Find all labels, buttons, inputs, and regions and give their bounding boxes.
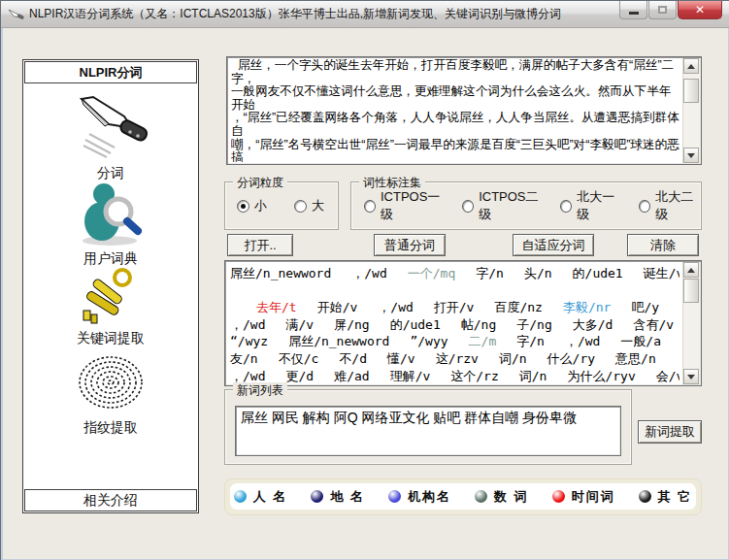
result-line: 屌丝/n_newword，/wd一个/mq字/n头/n的/ude1诞生/vn <box>230 265 679 282</box>
token: ，/wd <box>230 317 265 332</box>
legend-color-dot-icon <box>552 490 565 503</box>
token: 百度/nz <box>494 300 542 314</box>
token: 为什么/ryv <box>567 369 635 383</box>
result-line: 友/n不仅/c不/d懂/v这/rzv词/n什么/ry意思/n <box>230 350 679 368</box>
radio-icon[interactable] <box>462 200 474 213</box>
token: 屌丝/n_newword <box>230 266 331 280</box>
user-dictionary-icon <box>67 179 154 248</box>
radio-icon[interactable] <box>237 200 249 213</box>
legend-bar: 人 名地 名机构名数 词时间词其 它 <box>230 483 696 510</box>
legend-item: 地 名 <box>311 488 365 506</box>
radio-icon[interactable] <box>639 200 650 213</box>
sidebar-footer-about[interactable]: 相关介绍 <box>24 489 197 511</box>
sidebar-item-label: 关键词提取 <box>24 330 197 347</box>
radio-option-大[interactable]: 大 <box>294 197 324 214</box>
token: ，/wd <box>565 334 600 348</box>
radio-label: ICTPOS二级 <box>479 188 544 223</box>
scroll-thumb[interactable] <box>683 279 699 303</box>
radio-label: 大 <box>312 197 324 214</box>
token: 字/n <box>516 334 545 348</box>
segmentation-result-area[interactable]: 屌丝/n_newword，/wd一个/mq字/n头/n的/ude1诞生/vn 去… <box>224 260 702 386</box>
scroll-up-button[interactable] <box>683 58 699 74</box>
radio-option-小[interactable]: 小 <box>237 197 267 214</box>
result-lines: 屌丝/n_newword，/wd一个/mq字/n头/n的/ude1诞生/vn 去… <box>230 265 679 383</box>
token: 意思/n <box>615 351 656 366</box>
minimize-button[interactable] <box>619 1 647 19</box>
radio-option-北大一级[interactable]: 北大一级 <box>560 188 622 223</box>
token: 不/d <box>339 351 367 366</box>
token: “/wyz <box>230 334 268 348</box>
result-line: ，/wd更/d难/ad理解/v这个/rz词/n为什么/ryv会/v <box>230 368 679 383</box>
legend-color-dot-icon <box>639 490 651 503</box>
normal-segmentation-button[interactable]: 普通分词 <box>374 234 446 256</box>
source-text[interactable]: 屌丝，一个字头的诞生去年开始，打开百度李毅吧，满屏的帖子大多含有“屌丝”二字， … <box>231 59 679 162</box>
fingerprint-icon <box>70 349 151 417</box>
token: 吧/y <box>631 300 659 314</box>
radio-label: 北大一级 <box>577 188 622 223</box>
open-button[interactable]: 打开.. <box>227 234 293 256</box>
legend-label: 机构名 <box>408 488 451 506</box>
legend-label: 数 词 <box>494 488 529 506</box>
source-scrollbar[interactable] <box>682 58 700 163</box>
token: ，/wd <box>351 266 386 280</box>
token: 打开/v <box>434 300 475 314</box>
radio-icon[interactable] <box>560 200 572 213</box>
close-button[interactable]: ✕ <box>678 1 722 19</box>
granularity-groupbox: 分词粒度 小大 <box>224 181 339 230</box>
new-words-text-area[interactable]: 屌丝 网民 解构 阿Q 网络亚文化 贴吧 群体自嘲 身份卑微 <box>235 406 621 456</box>
result-line: “/wyz屌丝/n_newword”/wyy二/m字/n，/wd一般/a网 <box>230 333 679 350</box>
radio-icon[interactable] <box>294 200 307 213</box>
token: 含有/v <box>633 317 674 332</box>
sidebar-header-nlpir[interactable]: NLPIR分词 <box>24 61 197 83</box>
token: 帖/ng <box>461 317 496 332</box>
keys-icon <box>72 266 149 328</box>
token: 懂/v <box>387 351 415 366</box>
token: 一个/mq <box>408 266 455 280</box>
token: ，/wd <box>230 369 265 383</box>
token: 一般/a <box>620 334 661 348</box>
adaptive-segmentation-button[interactable]: 自适应分词 <box>513 234 594 256</box>
sidebar-item-keyword-extraction[interactable]: 关键词提取 <box>24 266 197 347</box>
legend-label: 时间词 <box>572 488 615 506</box>
token: 字/n <box>476 266 504 280</box>
scroll-thumb[interactable] <box>683 79 699 103</box>
radio-label: ICTPOS一级 <box>381 188 446 223</box>
radio-icon[interactable] <box>364 200 376 213</box>
maximize-icon <box>658 6 667 14</box>
new-words-label: 新词列表 <box>233 382 287 399</box>
token: 更/d <box>285 369 314 383</box>
token: 开始/v <box>317 300 358 314</box>
legend-color-dot-icon <box>234 490 247 503</box>
token: 不仅/c <box>279 351 319 366</box>
pos-tagset-label: 词性标注集 <box>359 175 425 191</box>
arrow-down-icon <box>687 375 695 379</box>
radio-option-北大二级[interactable]: 北大二级 <box>639 188 701 223</box>
sidebar-item-segmentation[interactable]: 分词 <box>24 91 197 182</box>
token: 友/n <box>230 351 258 366</box>
legend-color-dot-icon <box>388 490 401 503</box>
scroll-up-button[interactable] <box>683 262 699 278</box>
scroll-down-button[interactable] <box>683 369 699 384</box>
token: 诞生/vn <box>644 266 679 280</box>
token: 去年/t <box>256 300 297 314</box>
token: ，/wd <box>378 300 413 314</box>
result-scrollbar[interactable] <box>682 262 700 384</box>
sidebar: NLPIR分词 分词 用户词典 <box>22 59 199 513</box>
maximize-button[interactable] <box>648 1 677 19</box>
extract-new-words-button[interactable]: 新词提取 <box>638 420 702 444</box>
radio-option-ICTPOS二级[interactable]: ICTPOS二级 <box>462 188 544 223</box>
clear-button[interactable]: 清除 <box>627 234 699 256</box>
scroll-down-button[interactable] <box>683 148 699 163</box>
sidebar-item-fingerprint-extraction[interactable]: 指纹提取 <box>24 349 197 437</box>
source-text-area[interactable]: 屌丝，一个字头的诞生去年开始，打开百度李毅吧，满屏的帖子大多含有“屌丝”二字， … <box>226 56 702 165</box>
radio-option-ICTPOS一级[interactable]: ICTPOS一级 <box>364 188 446 223</box>
token: 的/ude1 <box>573 266 623 280</box>
result-line: 去年/t开始/v，/wd打开/v百度/nz李毅/nr吧/y <box>230 299 679 316</box>
arrow-down-icon <box>687 153 695 158</box>
sidebar-item-user-dictionary[interactable]: 用户词典 <box>24 179 197 268</box>
granularity-label: 分词粒度 <box>233 175 287 191</box>
token: 屏/ng <box>334 317 369 332</box>
arrow-up-icon <box>687 64 695 69</box>
result-line <box>230 282 679 300</box>
arrow-up-icon <box>687 268 695 273</box>
